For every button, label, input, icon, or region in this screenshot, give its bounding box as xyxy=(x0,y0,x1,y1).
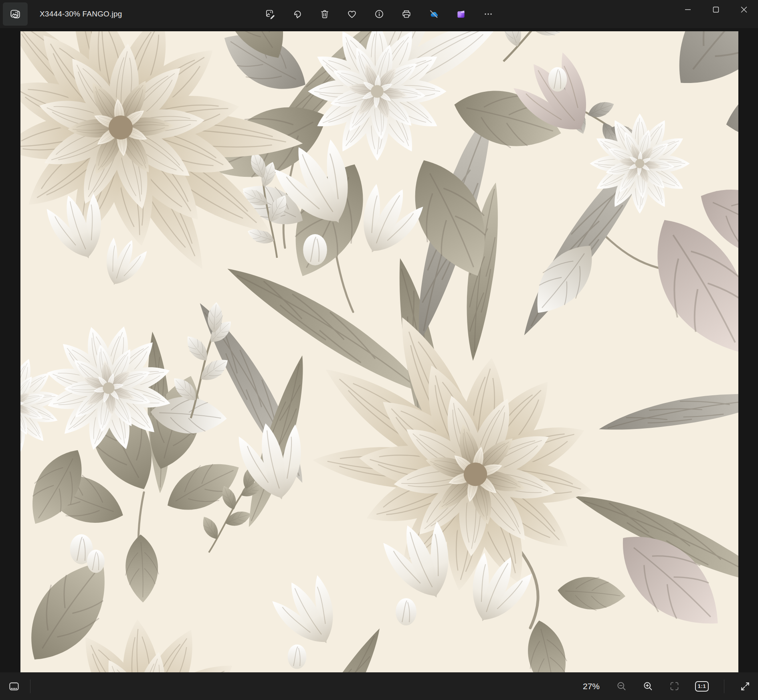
delete-icon xyxy=(319,9,330,19)
onedrive-button[interactable] xyxy=(429,9,439,19)
minimize-button[interactable] xyxy=(674,0,702,19)
filmstrip-toggle-button[interactable] xyxy=(5,677,23,696)
favorite-heart-icon xyxy=(347,9,357,19)
statusbar-right: 27% xyxy=(582,672,751,700)
statusbar-left xyxy=(5,672,30,700)
title-bar: X3444-30% FANGO.jpg xyxy=(0,0,758,28)
fullscreen-icon xyxy=(740,681,751,692)
fullscreen-button[interactable] xyxy=(740,681,751,692)
window-title: X3444-30% FANGO.jpg xyxy=(40,0,122,28)
minimize-icon xyxy=(683,5,692,14)
close-button[interactable] xyxy=(730,0,758,19)
zoom-in-icon xyxy=(643,681,653,692)
clipchamp-icon xyxy=(456,9,466,20)
photos-app-logo-tile[interactable] xyxy=(3,2,28,26)
clipchamp-button[interactable] xyxy=(456,9,466,19)
fit-to-window-icon xyxy=(669,681,680,692)
info-icon xyxy=(374,9,384,19)
photos-app-icon xyxy=(9,8,21,20)
image-viewport[interactable] xyxy=(20,31,738,672)
close-icon xyxy=(740,5,748,14)
statusbar-divider-right xyxy=(724,680,724,693)
zoom-in-button[interactable] xyxy=(642,681,653,692)
zoom-level-label: 27% xyxy=(582,682,600,691)
see-more-button[interactable] xyxy=(483,9,493,19)
print-button[interactable] xyxy=(401,9,412,19)
actual-size-button[interactable]: 1:1 xyxy=(695,681,709,692)
photos-app-window: X3444-30% FANGO.jpg xyxy=(0,0,758,700)
maximize-button[interactable] xyxy=(702,0,730,19)
filmstrip-toggle-icon xyxy=(8,680,20,692)
window-controls xyxy=(674,0,758,19)
edit-image-button[interactable] xyxy=(265,9,275,19)
status-bar: 27% xyxy=(0,672,758,700)
rotate-icon xyxy=(292,9,303,19)
favorite-button[interactable] xyxy=(347,9,357,19)
toolbar xyxy=(265,0,493,28)
maximize-icon xyxy=(712,5,720,14)
edit-image-icon xyxy=(265,9,275,19)
floral-pattern-image xyxy=(20,31,738,672)
fit-to-window-button[interactable] xyxy=(669,681,680,692)
info-button[interactable] xyxy=(374,9,384,19)
zoom-out-icon xyxy=(616,681,627,692)
statusbar-divider-left xyxy=(30,680,30,693)
onedrive-unavailable-icon xyxy=(429,8,439,20)
see-more-ellipsis-icon xyxy=(483,9,493,19)
rotate-button[interactable] xyxy=(292,9,303,19)
zoom-out-button[interactable] xyxy=(616,681,627,692)
print-icon xyxy=(401,9,412,19)
delete-button[interactable] xyxy=(319,9,330,19)
